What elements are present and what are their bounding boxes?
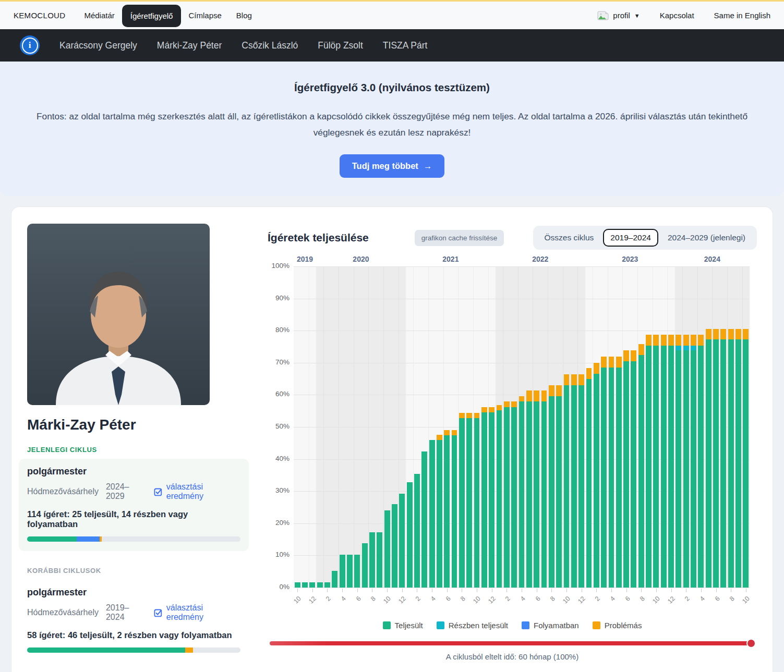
topnav-item[interactable]: Médiatár [77,6,122,25]
y-axis-label: 60% [268,390,290,398]
bar-segment-orange [474,413,480,418]
info-icon[interactable]: i [20,35,40,55]
subnav-item[interactable]: Csőzik László [242,40,298,51]
x-axis-label: 2 [406,595,422,611]
bar-segment-orange [541,390,547,401]
subnav-item[interactable]: Márki-Zay Péter [157,40,222,51]
current-cycle-label: JELENLEGI CIKLUS [27,446,249,454]
bar-2022-03 [511,266,518,588]
bar-segment-green [384,510,390,588]
bar-segment-green [392,504,397,588]
topnav-items: MédiatárÍgéretfigyelőCímlapseBlog [77,2,259,29]
x-axis-label: 6 [436,595,452,611]
bar-segment-orange [653,335,659,346]
bar-segment-green [399,494,405,588]
bar-segment-green [295,582,300,588]
x-axis-label: 10 [645,595,661,611]
brand-logo[interactable]: KEMOCLOUD [14,11,65,20]
bar-segment-green [511,407,517,588]
bar-segment-green [676,350,681,588]
bar-segment-orange [534,390,539,401]
bar-2020-04 [339,266,346,588]
cycle-toggle-selected[interactable]: 2019–2024 [603,229,658,247]
bar-segment-green [452,435,457,588]
elapsed-time-slider[interactable] [270,641,755,645]
bar-segment-orange [556,385,562,396]
bar-segment-orange [511,401,517,407]
contact-link[interactable]: Kapcsolat [660,11,694,20]
year-label: 2021 [442,255,459,263]
bar-segment-green [691,350,696,588]
bar-segment-orange [668,335,674,346]
checkbox-check-icon [154,608,163,617]
chart-legend: TeljesültRészben teljesültFolyamatbanPro… [268,621,757,630]
bar-segment-green [481,412,487,588]
slider-knob[interactable] [746,639,756,648]
image-placeholder-icon [597,11,609,20]
bar-segment-orange [578,374,584,385]
cache-refresh-button[interactable]: grafikon cache frissítése [415,230,504,246]
bar-segment-green [340,555,345,588]
x-tick [327,589,328,592]
learn-more-button[interactable]: Tudj meg többet → [340,154,445,178]
topnav-item[interactable]: Ígéretfigyelő [122,5,182,27]
bar-segment-orange [638,344,644,355]
topnav-item[interactable]: Blog [229,6,259,25]
banner-body: Fontos: az oldal tartalma még szerkeszté… [27,108,757,141]
cycle-toggle[interactable]: Összes ciklus [537,229,601,247]
bar-2024-09 [734,266,742,588]
previous-summary: 58 ígéret: 46 teljesült, 2 részben vagy … [27,630,240,640]
bar-2023-11 [660,266,667,588]
legend-label: Problémás [605,621,642,630]
x-tick [432,589,432,592]
bar-segment-green [661,346,667,588]
chart-title: Ígéretek teljesülése [268,231,369,244]
x-tick [417,589,417,592]
x-axis-label: 10 [466,595,482,611]
bar-2021-08 [458,266,465,588]
legend-swatch-orange [593,621,600,629]
progress-segment [27,647,185,653]
x-tick [357,589,358,592]
bar-segment-orange [459,413,465,418]
bar-segment-green [459,418,465,588]
bar-segment-green [564,385,570,588]
bar-segment-orange [683,335,689,346]
x-tick [686,589,686,592]
subnav-item[interactable]: Fülöp Zsolt [318,40,363,51]
previous-election-link[interactable]: választási eredmény [154,603,240,622]
x-tick [671,589,672,592]
x-axis-label: 4 [331,595,347,611]
topnav-item[interactable]: Címlapse [181,6,228,25]
bar-segment-orange [489,407,494,412]
language-link[interactable]: Same in English [714,11,770,20]
x-axis-label: 12 [391,595,407,611]
cycle-toggle[interactable]: 2024–2029 (jelenlegi) [660,229,753,247]
bar-segment-orange [735,329,741,340]
bar-segment-orange [594,363,599,374]
x-tick [611,589,612,592]
bar-segment-green [698,346,704,588]
subnav-item[interactable]: Karácsony Gergely [59,40,137,51]
bar-segment-green [638,355,644,588]
current-term: 2024–2029 [106,482,147,501]
bar-segment-orange [676,335,681,346]
x-axis-label: 4 [600,595,617,611]
y-axis-label: 0% [268,583,290,591]
subnav-item[interactable]: TISZA Párt [383,40,428,51]
current-election-link-label: választási eredmény [166,482,240,501]
bar-2019-10 [294,266,301,588]
bar-2023-07 [630,266,637,588]
bar-segment-green [332,571,337,588]
current-election-link[interactable]: választási eredmény [154,482,240,501]
x-axis-label: 2 [496,595,512,611]
bar-segment-orange [504,401,510,407]
profile-menu[interactable]: profil ▼ [597,11,640,20]
bar-2021-03 [421,266,428,588]
gridline [294,588,750,588]
profile-menu-label: profil [613,11,630,20]
x-tick [551,589,552,592]
bar-segment-green [362,543,368,588]
bar-segment-orange [631,350,636,361]
bar-segment-orange [564,374,570,385]
